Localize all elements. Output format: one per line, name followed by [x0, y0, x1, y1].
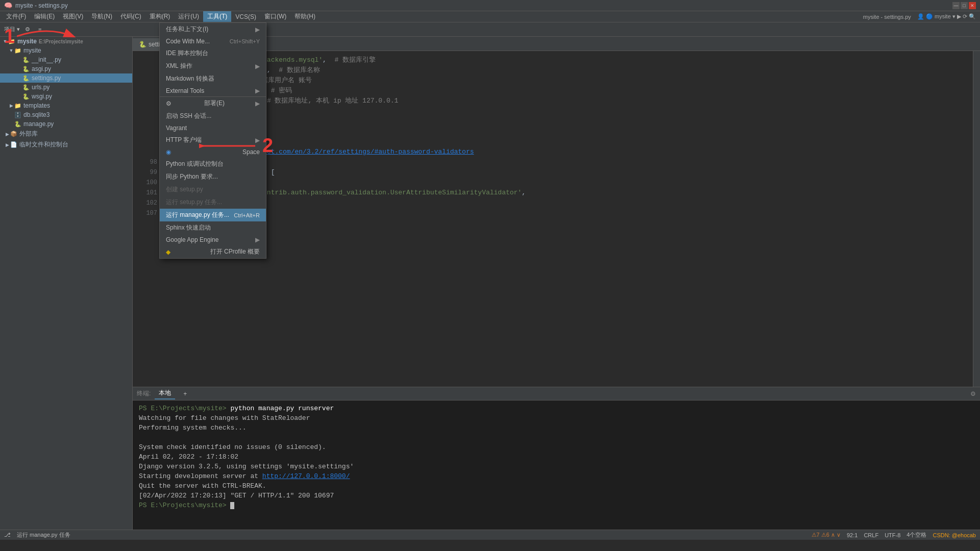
- tree-urls[interactable]: 🐍 urls.py: [0, 83, 132, 92]
- menu-item-sync-python[interactable]: 同步 Python 要求...: [160, 170, 266, 183]
- menu-item-deploy[interactable]: ⚙ 部署(E) ▶: [160, 96, 266, 110]
- tree-settings[interactable]: 🐍 settings.py: [0, 73, 132, 83]
- terminal-cmd: python manage.py runserver: [230, 405, 334, 412]
- py-icon: 🐍: [22, 75, 30, 82]
- tree-external-libs[interactable]: ▶ 📦 外部库: [0, 129, 132, 139]
- line-num: 99: [137, 167, 157, 178]
- menu-item-label: Code With Me...: [166, 38, 210, 45]
- project-toolbar: 项目 ▾ ⚙ ≡: [4, 25, 44, 34]
- maximize-button[interactable]: □: [961, 2, 968, 9]
- menu-file[interactable]: 文件(F): [2, 11, 30, 22]
- menu-item-ide-console[interactable]: IDE 脚本控制台: [160, 47, 266, 60]
- menu-navigate[interactable]: 导航(N): [87, 11, 116, 22]
- line-num: 98: [137, 157, 157, 167]
- menu-item-label: 部署(E): [204, 99, 225, 108]
- py-icon: 🐍: [14, 121, 21, 128]
- menu-item-run-manage[interactable]: 运行 manage.py 任务... Ctrl+Alt+R: [160, 209, 266, 221]
- menu-item-http[interactable]: HTTP 客户端 ▶: [160, 134, 266, 146]
- titlebar-controls[interactable]: — □ ✕: [952, 2, 976, 9]
- menu-item-space[interactable]: ◉ Space: [160, 146, 266, 158]
- tree-wsgi[interactable]: 🐍 wsgi.py: [0, 92, 132, 101]
- line-num: 102: [137, 198, 157, 208]
- menu-item-ssh[interactable]: 启动 SSH 会话...: [160, 110, 266, 122]
- line-num: [137, 127, 157, 137]
- menu-item-google-engine[interactable]: Google App Engine ▶: [160, 234, 266, 245]
- terminal-link[interactable]: http://127.0.0.1:8000/: [262, 472, 350, 480]
- tree-settings-label: settings.py: [32, 74, 61, 82]
- menu-item-label: XML 操作: [166, 62, 192, 70]
- line-num: [137, 76, 157, 86]
- tree-mysite-label: mysite: [23, 47, 41, 54]
- py-icon: 🐍: [22, 84, 30, 91]
- menu-item-run-setup[interactable]: 运行 setup.py 任务...: [160, 196, 266, 209]
- statusbar-task[interactable]: 运行 manage.py 任务: [17, 531, 70, 539]
- close-button[interactable]: ✕: [969, 2, 976, 9]
- menu-item-markdown[interactable]: Markdown 转换器: [160, 72, 266, 85]
- folder-icon: 📁: [14, 47, 21, 54]
- menu-vcs[interactable]: VCS(S): [231, 12, 260, 21]
- menu-item-label: 创建 setup.py: [166, 185, 203, 194]
- tree-init[interactable]: 🐍 __init__.py: [0, 55, 132, 64]
- terminal-settings-icon[interactable]: ⚙: [970, 390, 976, 397]
- menu-item-label: 启动 SSH 会话...: [166, 112, 211, 120]
- menu-shortcut: Ctrl+Alt+R: [234, 212, 260, 218]
- tree-mysite-folder[interactable]: ▼ 📁 mysite: [0, 46, 132, 55]
- menu-item-label: Sphinx 快速启动: [166, 223, 211, 232]
- menu-item-sphinx[interactable]: Sphinx 快速启动: [160, 221, 266, 234]
- tree-templates[interactable]: ▶ 📁 templates: [0, 101, 132, 110]
- submenu-arrow-icon: ▶: [255, 87, 260, 94]
- menu-help[interactable]: 帮助(H): [290, 11, 320, 22]
- py-icon: 🐍: [22, 66, 30, 72]
- tree-db[interactable]: 🗄️ db.sqlite3: [0, 110, 132, 119]
- statusbar-indent: 4个空格: [906, 531, 926, 539]
- tree-asgi[interactable]: 🐍 asgi.py: [0, 64, 132, 73]
- submenu-arrow-icon: ▶: [255, 26, 260, 33]
- menu-item-python-console[interactable]: Python 或调试控制台: [160, 158, 266, 170]
- line-num: 100: [137, 178, 157, 188]
- tree-manage[interactable]: 🐍 manage.py: [0, 119, 132, 129]
- menu-item-vagrant[interactable]: Vagrant: [160, 122, 266, 134]
- terminal-tab-local[interactable]: 本地: [155, 388, 175, 399]
- menu-shortcut: Ctrl+Shift+Y: [230, 38, 260, 44]
- menu-item-label: Python 或调试控制台: [166, 160, 224, 168]
- sidebar: ▼ 📁 mysite E:\Projects\mysite ▼ 📁 mysite…: [0, 37, 133, 530]
- statusbar-left: ⎇ 运行 manage.py 任务: [4, 531, 70, 539]
- tree-root[interactable]: ▼ 📁 mysite E:\Projects\mysite: [0, 37, 132, 46]
- project-indicator: mysite - settings.py: [859, 14, 915, 20]
- settings-icon[interactable]: ⚙: [22, 25, 33, 34]
- terminal-line: Starting development server at http://12…: [139, 471, 974, 481]
- menu-view[interactable]: 视图(V): [59, 11, 87, 22]
- temp-icon: 📄: [10, 141, 17, 148]
- menu-item-label: External Tools: [166, 87, 204, 94]
- tab-settings-icon: 🐍: [139, 41, 146, 48]
- menu-refactor[interactable]: 重构(R): [145, 11, 175, 22]
- menu-item-codewith[interactable]: Code With Me... Ctrl+Shift+Y: [160, 36, 266, 47]
- menu-window[interactable]: 窗口(W): [260, 11, 290, 22]
- tree-wsgi-label: wsgi.py: [32, 93, 52, 100]
- menu-item-xml[interactable]: XML 操作 ▶: [160, 60, 266, 72]
- statusbar: ⎇ 运行 manage.py 任务 ⚠7 ⚠6 ∧ ∨ 92:1 CRLF UT…: [0, 530, 980, 540]
- line-num: [137, 137, 157, 147]
- menu-code[interactable]: 代码(C): [116, 11, 145, 22]
- py-icon: 🐍: [22, 93, 30, 100]
- tree-temp-files[interactable]: ▶ 📄 临时文件和控制台: [0, 139, 132, 150]
- terminal-tab-add[interactable]: +: [179, 389, 191, 398]
- tree-templates-label: templates: [23, 102, 50, 109]
- menu-item-cprofile[interactable]: ◆ 打开 CProfile 概要: [160, 245, 266, 258]
- menu-edit[interactable]: 编辑(E): [30, 11, 59, 22]
- menu-item-create-setup[interactable]: 创建 setup.py: [160, 183, 266, 196]
- titlebar-title: mysite - settings.py: [15, 2, 68, 9]
- menu-item-tasks[interactable]: 任务和上下文(I) ▶: [160, 23, 266, 36]
- layout-icon[interactable]: ≡: [35, 26, 44, 34]
- tree-arrow: ▶: [4, 132, 10, 137]
- menubar: 文件(F) 编辑(E) 视图(V) 导航(N) 代码(C) 重构(R) 运行(U…: [0, 11, 980, 22]
- statusbar-right: ⚠7 ⚠6 ∧ ∨ 92:1 CRLF UTF-8 4个空格 CSDN: @eh…: [812, 531, 976, 539]
- menu-run[interactable]: 运行(U): [174, 11, 203, 22]
- menu-item-external-tools[interactable]: External Tools ▶: [160, 85, 266, 96]
- minimize-button[interactable]: —: [952, 2, 960, 9]
- terminal-prompt: PS E:\Projects\mysite>: [139, 502, 230, 509]
- folder-icon: 📁: [14, 103, 21, 109]
- cprofile-icon: ◆: [166, 248, 170, 256]
- menu-tools[interactable]: 工具(T): [203, 11, 231, 22]
- toolbar-icons[interactable]: 👤 🔵 mysite ▾ ▶ ⟳ 🔍: [915, 13, 978, 20]
